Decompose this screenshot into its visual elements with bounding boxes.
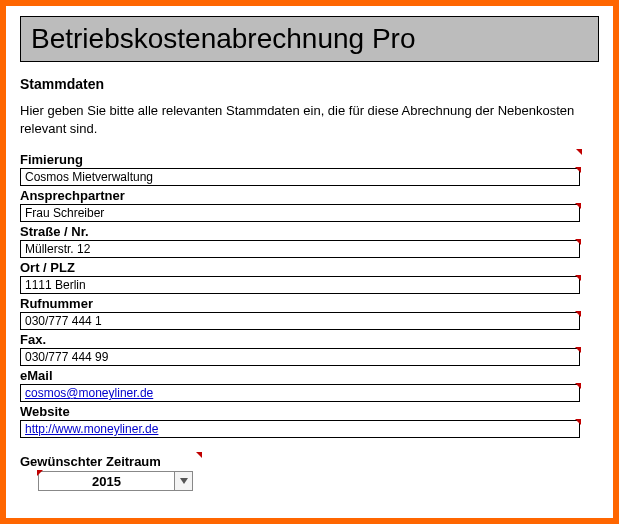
svg-marker-0 bbox=[180, 478, 188, 484]
field-website: Website http://www.moneyliner.de bbox=[20, 403, 580, 438]
comment-marker-icon bbox=[575, 203, 581, 209]
intro-text: Hier geben Sie bitte alle relevanten Sta… bbox=[20, 102, 599, 137]
field-zeitraum: Gewünschter Zeitraum 2015 bbox=[20, 452, 599, 491]
input-email[interactable]: cosmos@moneyliner.de bbox=[20, 384, 580, 402]
value-fax: 030/777 444 99 bbox=[25, 350, 108, 364]
comment-marker-icon bbox=[37, 470, 43, 476]
page-title: Betriebskostenabrechnung Pro bbox=[20, 16, 599, 62]
label-fimierung-text: Fimierung bbox=[20, 152, 83, 167]
label-rufnummer: Rufnummer bbox=[20, 295, 580, 312]
label-strasse: Straße / Nr. bbox=[20, 223, 580, 240]
input-fax[interactable]: 030/777 444 99 bbox=[20, 348, 580, 366]
label-zeitraum-text: Gewünschter Zeitraum bbox=[20, 454, 161, 469]
value-email[interactable]: cosmos@moneyliner.de bbox=[25, 386, 153, 400]
input-website[interactable]: http://www.moneyliner.de bbox=[20, 420, 580, 438]
comment-marker-icon bbox=[576, 149, 582, 155]
input-ort[interactable]: 1111 Berlin bbox=[20, 276, 580, 294]
label-fax: Fax. bbox=[20, 331, 580, 348]
field-ansprechpartner: Ansprechpartner Frau Schreiber bbox=[20, 187, 580, 222]
chevron-down-icon[interactable] bbox=[174, 472, 192, 490]
value-strasse: Müllerstr. 12 bbox=[25, 242, 90, 256]
label-fimierung: Fimierung bbox=[20, 151, 580, 168]
input-strasse[interactable]: Müllerstr. 12 bbox=[20, 240, 580, 258]
comment-marker-icon bbox=[575, 383, 581, 389]
comment-marker-icon bbox=[575, 419, 581, 425]
field-fimierung: Fimierung Cosmos Mietverwaltung bbox=[20, 151, 580, 186]
section-heading-stammdaten: Stammdaten bbox=[20, 76, 599, 92]
comment-marker-icon bbox=[575, 167, 581, 173]
value-rufnummer: 030/777 444 1 bbox=[25, 314, 102, 328]
field-email: eMail cosmos@moneyliner.de bbox=[20, 367, 580, 402]
comment-marker-icon bbox=[196, 452, 202, 458]
value-zeitraum: 2015 bbox=[39, 474, 174, 489]
comment-marker-icon bbox=[575, 311, 581, 317]
input-ansprechpartner[interactable]: Frau Schreiber bbox=[20, 204, 580, 222]
field-strasse: Straße / Nr. Müllerstr. 12 bbox=[20, 223, 580, 258]
comment-marker-icon bbox=[575, 347, 581, 353]
label-ort: Ort / PLZ bbox=[20, 259, 580, 276]
label-email: eMail bbox=[20, 367, 580, 384]
value-fimierung: Cosmos Mietverwaltung bbox=[25, 170, 153, 184]
value-ansprechpartner: Frau Schreiber bbox=[25, 206, 104, 220]
label-website: Website bbox=[20, 403, 580, 420]
field-rufnummer: Rufnummer 030/777 444 1 bbox=[20, 295, 580, 330]
select-zeitraum[interactable]: 2015 bbox=[38, 471, 193, 491]
label-ansprechpartner: Ansprechpartner bbox=[20, 187, 580, 204]
input-fimierung[interactable]: Cosmos Mietverwaltung bbox=[20, 168, 580, 186]
comment-marker-icon bbox=[575, 275, 581, 281]
field-ort: Ort / PLZ 1111 Berlin bbox=[20, 259, 580, 294]
label-zeitraum: Gewünschter Zeitraum bbox=[20, 454, 200, 469]
field-fax: Fax. 030/777 444 99 bbox=[20, 331, 580, 366]
document-frame: Betriebskostenabrechnung Pro Stammdaten … bbox=[0, 0, 619, 524]
comment-marker-icon bbox=[575, 239, 581, 245]
input-rufnummer[interactable]: 030/777 444 1 bbox=[20, 312, 580, 330]
value-ort: 1111 Berlin bbox=[25, 278, 86, 292]
value-website[interactable]: http://www.moneyliner.de bbox=[25, 422, 158, 436]
